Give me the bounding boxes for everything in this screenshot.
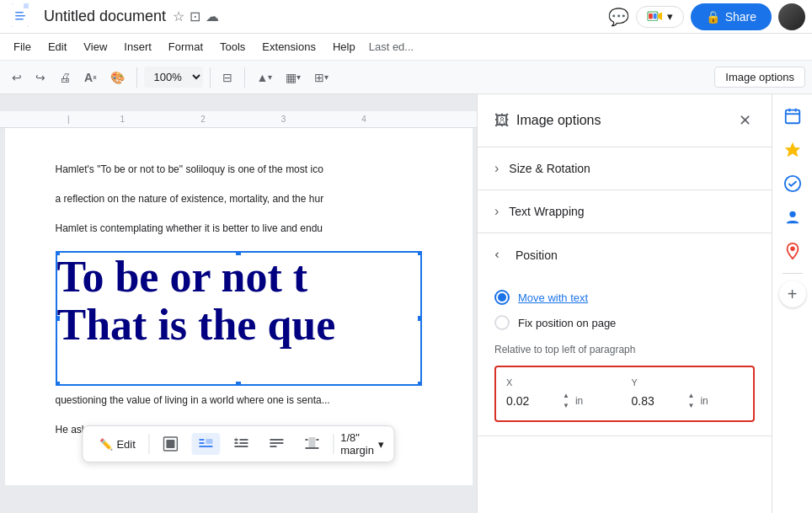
share-button[interactable]: 🔒 Share <box>691 3 772 30</box>
more-button[interactable]: ⊞▾ <box>309 67 334 88</box>
move-with-text-radio[interactable] <box>494 290 510 305</box>
format-clear-button[interactable]: Ax <box>79 67 102 88</box>
text-wrapping-title: Text Wrapping <box>509 205 584 218</box>
separator-2 <box>210 67 211 88</box>
app-icon <box>7 2 37 32</box>
star-icon[interactable]: ☆ <box>173 8 184 24</box>
print-button[interactable]: 🖨 <box>54 67 76 88</box>
highlight-button[interactable]: ▲▾ <box>252 67 278 88</box>
relative-label: Relative to top left of paragraph <box>494 344 755 355</box>
sidebar-separator <box>783 273 803 274</box>
comment-icon[interactable]: 💬 <box>608 7 629 27</box>
y-increment-button[interactable]: ▲ <box>686 391 697 400</box>
selected-image-block[interactable]: To be or not t That is the que <box>56 251 422 386</box>
svg-rect-21 <box>235 446 248 447</box>
y-input[interactable] <box>632 394 682 408</box>
document-area: | 1 2 3 4 Hamlet's "To be or not to be" … <box>0 94 477 513</box>
size-rotation-section: › Size & Rotation <box>478 147 772 190</box>
doc-mode-button[interactable]: ⊟ <box>217 67 238 88</box>
drive-icon[interactable]: ⊡ <box>190 8 200 24</box>
handle-bottom-right[interactable] <box>417 381 422 386</box>
svg-rect-5 <box>15 19 24 20</box>
margin-select[interactable]: 1/8" margin ▾ <box>340 431 383 457</box>
position-radio-group: Move with text Fix position on page <box>494 290 755 330</box>
sidebar-contacts-icon[interactable] <box>777 202 808 232</box>
svg-rect-3 <box>15 12 24 13</box>
sidebar-calendar-icon[interactable] <box>777 101 808 131</box>
wrap-style-4[interactable] <box>263 433 291 455</box>
x-input[interactable] <box>506 394 557 408</box>
position-content: Move with text Fix position on page Rela… <box>478 276 772 436</box>
x-decrement-button[interactable]: ▼ <box>560 401 572 410</box>
move-with-text-option[interactable]: Move with text <box>494 290 755 305</box>
svg-rect-30 <box>785 110 799 124</box>
sidebar-maps-icon[interactable] <box>777 236 808 266</box>
svg-point-37 <box>790 247 795 252</box>
position-title: Position <box>516 248 558 262</box>
float-separator-2 <box>334 434 334 454</box>
handle-right-mid[interactable] <box>417 315 422 322</box>
svg-rect-2 <box>24 3 29 8</box>
menu-extensions[interactable]: Extensions <box>255 37 323 56</box>
svg-rect-20 <box>240 442 248 444</box>
user-avatar[interactable] <box>778 3 805 30</box>
handle-bottom-left[interactable] <box>56 381 61 386</box>
menu-insert[interactable]: Insert <box>117 37 158 56</box>
y-decrement-button[interactable]: ▼ <box>686 401 697 410</box>
svg-rect-27 <box>306 439 308 441</box>
x-field: X ▲ ▼ in <box>506 377 618 410</box>
move-with-text-label: Move with text <box>518 291 588 304</box>
wrap-style-3[interactable] <box>227 433 256 455</box>
border-button[interactable]: ▦▾ <box>280 67 306 88</box>
paint-format-button[interactable]: 🎨 <box>105 67 130 88</box>
redo-button[interactable]: ↪ <box>30 67 51 88</box>
svg-rect-22 <box>236 437 238 444</box>
sidebar-tasks-icon[interactable] <box>777 168 808 199</box>
image-options-button[interactable]: Image options <box>714 67 805 88</box>
svg-rect-13 <box>200 439 205 441</box>
x-increment-button[interactable]: ▲ <box>560 391 572 400</box>
edit-button[interactable]: ✏️ Edit <box>93 435 142 454</box>
menu-tools[interactable]: Tools <box>213 37 252 56</box>
svg-rect-12 <box>167 440 175 448</box>
size-rotation-header[interactable]: › Size & Rotation <box>478 147 772 190</box>
paragraph-3: Hamlet is contemplating whether it is be… <box>56 221 422 237</box>
zoom-select[interactable]: 100% 75% 125% 150% <box>144 67 203 88</box>
separator-3 <box>244 67 245 88</box>
undo-button[interactable]: ↩ <box>7 67 27 88</box>
ruler: | 1 2 3 4 <box>0 111 477 128</box>
position-header[interactable]: ⌄ Position <box>478 233 772 276</box>
fix-position-radio[interactable] <box>494 315 510 330</box>
handle-top-left[interactable] <box>56 251 61 256</box>
paragraph-2: a reflection on the nature of existence,… <box>56 191 422 207</box>
cloud-icon[interactable]: ☁ <box>206 8 219 24</box>
document-title[interactable]: Untitled document <box>44 8 166 25</box>
handle-left-mid[interactable] <box>56 315 61 322</box>
panel-header: 🖼 Image options ✕ <box>478 94 772 147</box>
handle-top-right[interactable] <box>417 251 422 256</box>
handle-bottom-mid[interactable] <box>235 381 242 386</box>
meet-button[interactable]: ▾ <box>636 6 684 28</box>
wrap-style-1[interactable] <box>157 433 185 455</box>
x-unit: in <box>575 395 583 407</box>
menu-help[interactable]: Help <box>326 37 362 56</box>
menu-format[interactable]: Format <box>162 37 210 56</box>
handle-top-mid[interactable] <box>235 251 242 256</box>
close-panel-button[interactable]: ✕ <box>735 108 755 133</box>
svg-rect-9 <box>653 13 656 19</box>
fix-position-option[interactable]: Fix position on page <box>494 315 755 330</box>
svg-rect-29 <box>306 447 319 449</box>
x-spinner: ▲ ▼ <box>560 391 572 410</box>
separator-1 <box>136 67 137 88</box>
x-label: X <box>506 377 618 387</box>
text-wrapping-header[interactable]: › Text Wrapping <box>478 190 772 232</box>
menu-view[interactable]: View <box>77 37 114 56</box>
sidebar-add-button[interactable]: + <box>779 281 806 307</box>
wrap-style-5[interactable] <box>298 433 327 455</box>
y-unit: in <box>700 395 708 407</box>
menu-file[interactable]: File <box>7 37 38 56</box>
size-rotation-title: Size & Rotation <box>509 162 590 175</box>
wrap-style-2[interactable] <box>192 433 221 455</box>
menu-edit[interactable]: Edit <box>41 37 73 56</box>
sidebar-star-icon[interactable] <box>777 135 808 165</box>
